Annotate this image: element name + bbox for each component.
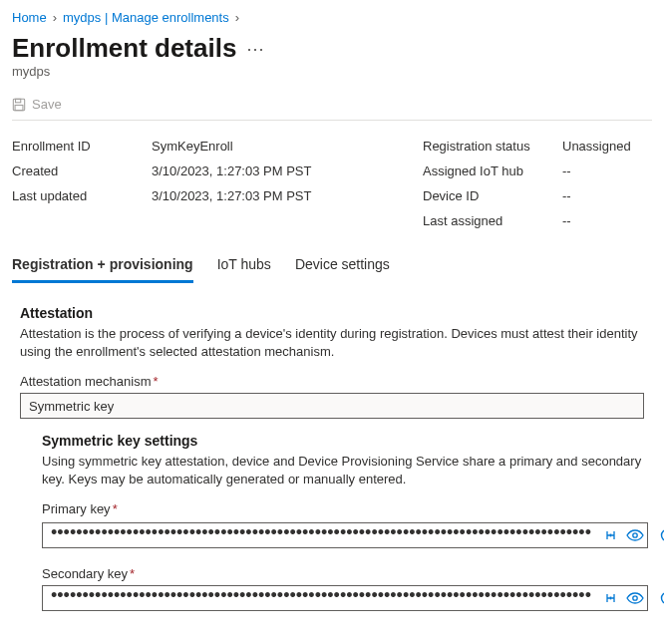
label-registration-status: Registration status [423, 139, 552, 154]
breadcrumb-home[interactable]: Home [12, 10, 47, 25]
primary-key-field[interactable]: ••••••••••••••••••••••••••••••••••••••••… [42, 522, 648, 548]
secondary-key-field[interactable]: ••••••••••••••••••••••••••••••••••••••••… [42, 585, 648, 611]
heading-attestation: Attestation [20, 305, 644, 321]
section-symmetric-key: Symmetric key settings Using symmetric k… [20, 419, 644, 611]
details-grid: Enrollment ID SymKeyEnroll Registration … [12, 121, 652, 246]
save-button[interactable]: Save [12, 97, 62, 112]
label-attestation-mechanism: Attestation mechanism* [20, 374, 644, 389]
show-password-icon[interactable] [626, 589, 644, 607]
end-of-text-icon[interactable] [602, 526, 620, 544]
page-subtitle: mydps [12, 64, 652, 79]
regenerate-key-icon[interactable] [658, 589, 664, 607]
attestation-mechanism-field[interactable]: Symmetric key [20, 393, 644, 419]
value-created: 3/10/2023, 1:27:03 PM PST [152, 163, 413, 178]
save-icon [12, 98, 26, 112]
label-created: Created [12, 163, 142, 178]
label-last-updated: Last updated [12, 188, 142, 203]
svg-rect-2 [15, 105, 23, 110]
label-assigned-iot-hub: Assigned IoT hub [423, 163, 552, 178]
label-device-id: Device ID [423, 188, 552, 203]
breadcrumb: Home › mydps | Manage enrollments › [12, 8, 652, 33]
breadcrumb-item-manage-enrollments[interactable]: mydps | Manage enrollments [63, 10, 229, 25]
value-device-id: -- [562, 188, 652, 203]
svg-rect-1 [16, 99, 21, 103]
tab-registration-provisioning[interactable]: Registration + provisioning [12, 250, 193, 283]
label-secondary-key: Secondary key* [42, 566, 644, 581]
value-enrollment-id: SymKeyEnroll [152, 139, 413, 154]
value-assigned-iot-hub: -- [562, 163, 652, 178]
tabs: Registration + provisioning IoT hubs Dev… [12, 250, 652, 283]
svg-point-7 [610, 597, 612, 599]
section-attestation: Attestation Attestation is the process o… [12, 283, 652, 611]
page-title: Enrollment details [12, 33, 236, 64]
toolbar: Save [12, 93, 652, 121]
value-registration-status: Unassigned [562, 139, 652, 154]
chevron-right-icon: › [53, 10, 57, 25]
label-enrollment-id: Enrollment ID [12, 139, 142, 154]
svg-point-4 [633, 533, 637, 537]
desc-symmetric-key: Using symmetric key attestation, device … [42, 453, 644, 487]
desc-attestation: Attestation is the process of verifying … [20, 325, 644, 360]
chevron-right-icon: › [235, 10, 239, 25]
regenerate-key-icon[interactable] [658, 526, 664, 544]
heading-symmetric-key: Symmetric key settings [42, 433, 644, 449]
value-last-assigned: -- [562, 213, 652, 228]
show-password-icon[interactable] [626, 526, 644, 544]
label-primary-key: Primary key* [42, 501, 644, 516]
tab-device-settings[interactable]: Device settings [295, 250, 390, 283]
tab-iot-hubs[interactable]: IoT hubs [217, 250, 271, 283]
save-label: Save [32, 97, 62, 112]
svg-point-3 [610, 534, 612, 536]
more-actions-button[interactable]: ⋯ [246, 38, 265, 60]
value-last-updated: 3/10/2023, 1:27:03 PM PST [152, 188, 413, 203]
end-of-text-icon[interactable] [602, 589, 620, 607]
label-last-assigned: Last assigned [423, 213, 552, 228]
svg-point-8 [633, 596, 637, 600]
